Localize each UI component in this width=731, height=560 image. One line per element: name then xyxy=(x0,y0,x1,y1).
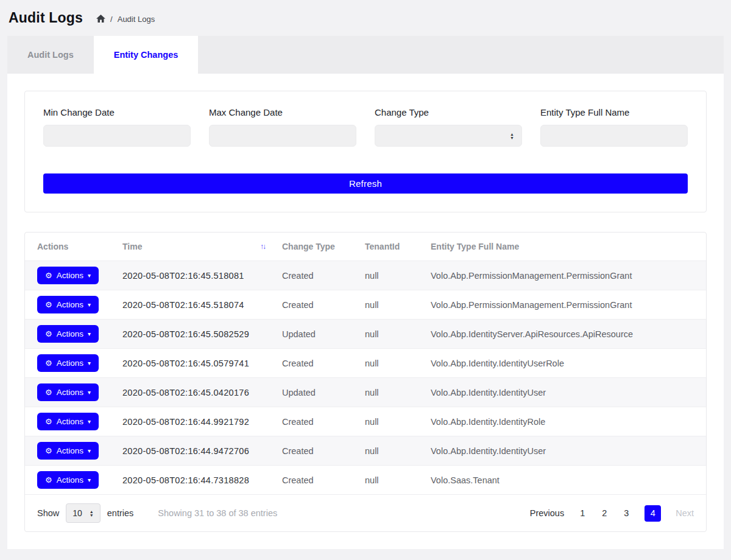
row-actions-button[interactable]: ⚙ Actions ▾ xyxy=(37,413,99,430)
table-header-row: Actions Time ↑↓ Change Type TenantId Ent… xyxy=(25,233,706,261)
caret-down-icon: ▾ xyxy=(88,448,91,454)
pagination: Previous 1234 Next xyxy=(530,505,694,522)
next-page-button[interactable]: Next xyxy=(676,508,694,518)
breadcrumb-current: Audit Logs xyxy=(118,15,155,24)
filter-min-change-date: Min Change Date xyxy=(43,107,191,147)
filter-change-type: Change Type ▲▼ xyxy=(375,107,522,147)
column-header-tenant-id: TenantId xyxy=(358,233,423,261)
caret-down-icon: ▾ xyxy=(88,302,91,308)
cell-change-type: Updated xyxy=(275,320,358,349)
breadcrumb: / Audit Logs xyxy=(96,12,155,24)
page-button[interactable]: 4 xyxy=(644,505,661,522)
cell-tenant-id: null xyxy=(358,349,423,378)
table-body: ⚙ Actions ▾ 2020-05-08T02:16:45.518081 C… xyxy=(25,261,706,495)
min-change-date-input[interactable] xyxy=(43,125,191,147)
breadcrumb-separator: / xyxy=(110,15,113,24)
caret-down-icon: ▾ xyxy=(88,331,91,337)
page-size-select[interactable]: 10 ▲▼ xyxy=(66,503,101,523)
cell-entity-type: Volo.Abp.Identity.IdentityUser xyxy=(423,436,706,466)
table-row: ⚙ Actions ▾ 2020-05-08T02:16:45.5082529 … xyxy=(25,320,706,349)
entity-type-label: Entity Type Full Name xyxy=(540,107,688,117)
cell-time: 2020-05-08T02:16:45.5082529 xyxy=(115,320,275,349)
table-row: ⚙ Actions ▾ 2020-05-08T02:16:45.0420176 … xyxy=(25,378,706,407)
caret-down-icon: ▾ xyxy=(88,419,91,425)
refresh-button[interactable]: Refresh xyxy=(43,173,688,194)
caret-down-icon: ▾ xyxy=(88,273,91,279)
cell-tenant-id: null xyxy=(358,290,423,320)
gear-icon: ⚙ xyxy=(45,359,52,367)
min-change-date-label: Min Change Date xyxy=(43,107,191,117)
cell-entity-type: Volo.Abp.Identity.IdentityRole xyxy=(423,407,706,436)
gear-icon: ⚙ xyxy=(45,418,52,425)
caret-down-icon: ▾ xyxy=(88,477,91,483)
entity-type-input[interactable] xyxy=(540,125,688,147)
cell-time: 2020-05-08T02:16:44.9921792 xyxy=(115,407,275,436)
page-button[interactable]: 2 xyxy=(601,508,608,518)
cell-time: 2020-05-08T02:16:44.7318828 xyxy=(115,466,275,495)
tab-strip: Audit Logs Entity Changes xyxy=(7,36,724,74)
row-actions-button[interactable]: ⚙ Actions ▾ xyxy=(37,354,99,372)
table-row: ⚙ Actions ▾ 2020-05-08T02:16:45.518081 C… xyxy=(25,261,706,290)
cell-entity-type: Volo.Saas.Tenant xyxy=(423,466,706,495)
table-row: ⚙ Actions ▾ 2020-05-08T02:16:45.518074 C… xyxy=(25,290,706,320)
home-icon[interactable] xyxy=(96,15,105,23)
tab-entity-changes[interactable]: Entity Changes xyxy=(94,36,199,74)
row-actions-button[interactable]: ⚙ Actions ▾ xyxy=(37,267,99,284)
row-actions-button[interactable]: ⚙ Actions ▾ xyxy=(37,296,99,313)
gear-icon: ⚙ xyxy=(45,447,52,455)
column-header-actions: Actions xyxy=(25,233,115,261)
gear-icon: ⚙ xyxy=(45,388,52,396)
page-header: Audit Logs / Audit Logs xyxy=(0,0,731,36)
cell-tenant-id: null xyxy=(358,407,423,436)
change-type-select[interactable]: ▲▼ xyxy=(375,125,522,147)
gear-icon: ⚙ xyxy=(45,330,52,338)
table-row: ⚙ Actions ▾ 2020-05-08T02:16:44.9472706 … xyxy=(25,436,706,466)
pagination-pages: 1234 xyxy=(579,505,661,522)
cell-entity-type: Volo.Abp.PermissionManagement.Permission… xyxy=(423,290,706,320)
cell-entity-type: Volo.Abp.PermissionManagement.Permission… xyxy=(423,261,706,290)
column-header-time[interactable]: Time ↑↓ xyxy=(115,233,275,261)
previous-page-button[interactable]: Previous xyxy=(530,508,564,518)
tab-audit-logs[interactable]: Audit Logs xyxy=(7,36,94,74)
max-change-date-input[interactable] xyxy=(209,125,356,147)
cell-time: 2020-05-08T02:16:45.0579741 xyxy=(115,349,275,378)
filter-max-change-date: Max Change Date xyxy=(209,107,356,147)
cell-change-type: Created xyxy=(275,290,358,320)
gear-icon: ⚙ xyxy=(45,271,52,279)
gear-icon: ⚙ xyxy=(45,476,52,484)
page-button[interactable]: 3 xyxy=(623,508,630,518)
cell-entity-type: Volo.Abp.IdentityServer.ApiResources.Api… xyxy=(423,320,706,349)
page-title: Audit Logs xyxy=(9,10,83,26)
cell-tenant-id: null xyxy=(358,466,423,495)
gear-icon: ⚙ xyxy=(45,301,52,309)
column-header-change-type: Change Type xyxy=(275,233,358,261)
cell-change-type: Created xyxy=(275,261,358,290)
sort-icon[interactable]: ↑↓ xyxy=(260,242,267,251)
select-arrows-icon: ▲▼ xyxy=(510,133,514,139)
show-label: Show xyxy=(37,508,59,518)
cell-change-type: Created xyxy=(275,466,358,495)
table-row: ⚙ Actions ▾ 2020-05-08T02:16:44.9921792 … xyxy=(25,407,706,436)
entries-label: entries xyxy=(107,508,134,518)
row-actions-button[interactable]: ⚙ Actions ▾ xyxy=(37,442,99,460)
cell-change-type: Created xyxy=(275,436,358,466)
caret-down-icon: ▾ xyxy=(88,390,91,396)
row-actions-button[interactable]: ⚙ Actions ▾ xyxy=(37,383,99,401)
cell-time: 2020-05-08T02:16:45.518074 xyxy=(115,290,275,320)
cell-entity-type: Volo.Abp.Identity.IdentityUser xyxy=(423,378,706,407)
cell-change-type: Created xyxy=(275,349,358,378)
page-button[interactable]: 1 xyxy=(579,508,586,518)
cell-time: 2020-05-08T02:16:45.0420176 xyxy=(115,378,275,407)
table-row: ⚙ Actions ▾ 2020-05-08T02:16:45.0579741 … xyxy=(25,349,706,378)
row-actions-button[interactable]: ⚙ Actions ▾ xyxy=(37,471,99,489)
cell-tenant-id: null xyxy=(358,378,423,407)
column-header-entity-type: Entity Type Full Name xyxy=(423,233,706,261)
cell-entity-type: Volo.Abp.Identity.IdentityUserRole xyxy=(423,349,706,378)
select-arrows-icon: ▲▼ xyxy=(90,510,94,517)
page-size-value: 10 xyxy=(72,508,82,518)
entries-summary: Showing 31 to 38 of 38 entries xyxy=(158,508,277,518)
entity-changes-table: Actions Time ↑↓ Change Type TenantId Ent… xyxy=(25,233,706,494)
cell-tenant-id: null xyxy=(358,261,423,290)
row-actions-button[interactable]: ⚙ Actions ▾ xyxy=(37,325,99,343)
filter-entity-type: Entity Type Full Name xyxy=(540,107,688,147)
